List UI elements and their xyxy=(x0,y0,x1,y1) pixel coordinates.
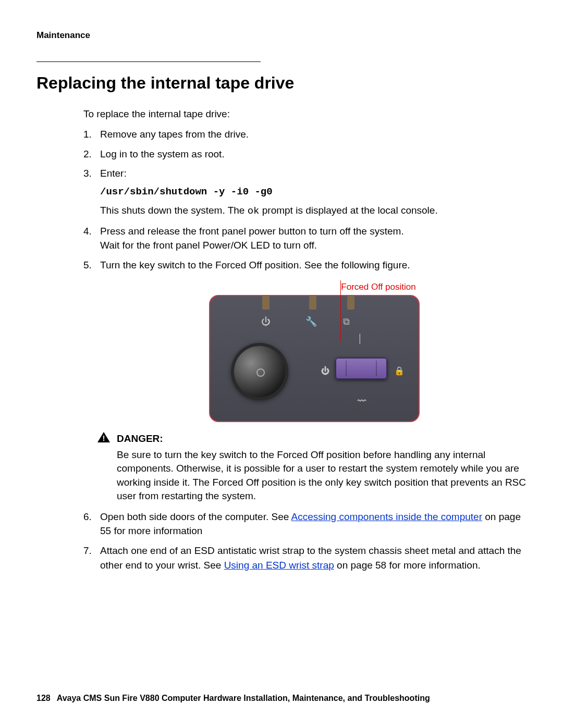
svg-text:!: ! xyxy=(103,434,105,442)
danger-block: ! DANGER: Be sure to turn the key switch… xyxy=(100,431,527,503)
step-7-text-b: on page 58 for more information. xyxy=(334,560,481,571)
wrench-icon: 🔧 xyxy=(305,315,317,328)
panel-tab xyxy=(347,296,354,310)
step-5: 5.Turn the key switch to the Forced Off … xyxy=(83,258,527,503)
step-3-desc-b: prompt is displayed at the local console… xyxy=(259,205,437,216)
step-3-desc-a: This shuts down the system. The xyxy=(100,205,248,216)
step-list: 1.Remove any tapes from the drive. 2.Log… xyxy=(83,127,527,572)
figure: Forced Off position ⏻ 🔧 ⧉ xyxy=(100,279,527,422)
step-7: 7. Attach one end of an ESD antistatic w… xyxy=(83,544,527,572)
footer-title: Avaya CMS Sun Fire V880 Computer Hardwar… xyxy=(57,694,430,702)
step-4-text-a: Press and release the front panel power … xyxy=(100,226,404,237)
front-panel: ⏻ 🔧 ⧉ │ 🔒 ⏻ 〰 xyxy=(209,295,420,422)
key-pos-locked-icon: 🔒 xyxy=(394,365,405,377)
page-title: Replacing the internal tape drive xyxy=(36,73,527,93)
figure-caption: Forced Off position xyxy=(341,281,415,294)
link-esd-wrist-strap[interactable]: Using an ESD wrist strap xyxy=(224,560,334,571)
step-3: 3. Enter: /usr/sbin/shutdown -y -i0 -g0 … xyxy=(83,166,527,219)
panel-tab xyxy=(309,296,316,310)
step-4: 4. Press and release the front panel pow… xyxy=(83,224,527,253)
warning-icon: ! xyxy=(97,431,111,447)
step-6: 6. Open both side doors of the computer.… xyxy=(83,510,527,538)
step-4-text-b: Wait for the front panel Power/OK LED to… xyxy=(100,240,317,251)
key-switch: │ 🔒 ⏻ 〰 xyxy=(317,332,406,405)
intro-text: To replace the internal tape drive: xyxy=(83,108,527,120)
page: Maintenance Replacing the internal tape … xyxy=(0,0,563,728)
key-pos-normal-icon: │ xyxy=(358,332,363,344)
step-3-command: /usr/sbin/shutdown -y -i0 -g0 xyxy=(100,185,527,200)
step-1: 1.Remove any tapes from the drive. xyxy=(83,127,527,142)
danger-label: DANGER: xyxy=(117,433,163,444)
ok-prompt: ok xyxy=(248,205,260,217)
panel-tab xyxy=(262,296,270,310)
step-2: 2.Log in to the system as root. xyxy=(83,147,527,162)
step-1-text: Remove any tapes from the drive. xyxy=(100,129,249,140)
key-pos-diag-icon: 〰 xyxy=(358,395,366,407)
key-pos-forced-off-icon: ⏻ xyxy=(321,365,329,377)
step-6-text-a: Open both side doors of the computer. Se… xyxy=(100,511,291,522)
page-footer: 128Avaya CMS Sun Fire V880 Computer Hard… xyxy=(36,694,527,703)
step-5-text: Turn the key switch to the Forced Off po… xyxy=(100,260,410,270)
link-accessing-components[interactable]: Accessing components inside the computer xyxy=(291,511,482,522)
key-knob xyxy=(335,357,387,379)
power-button-dial xyxy=(231,343,288,400)
power-icon: ⏻ xyxy=(261,315,271,328)
panel-icon-row: ⏻ 🔧 ⧉ xyxy=(210,315,419,327)
page-number: 128 xyxy=(36,694,51,703)
step-2-text: Log in to the system as root. xyxy=(100,149,225,159)
disk-icon: ⧉ xyxy=(343,315,350,328)
horizontal-rule xyxy=(36,61,261,62)
danger-text: Be sure to turn the key switch to the Fo… xyxy=(117,448,527,503)
section-header: Maintenance xyxy=(36,30,527,41)
step-3-label: Enter: xyxy=(100,168,127,179)
callout-line xyxy=(340,280,341,342)
